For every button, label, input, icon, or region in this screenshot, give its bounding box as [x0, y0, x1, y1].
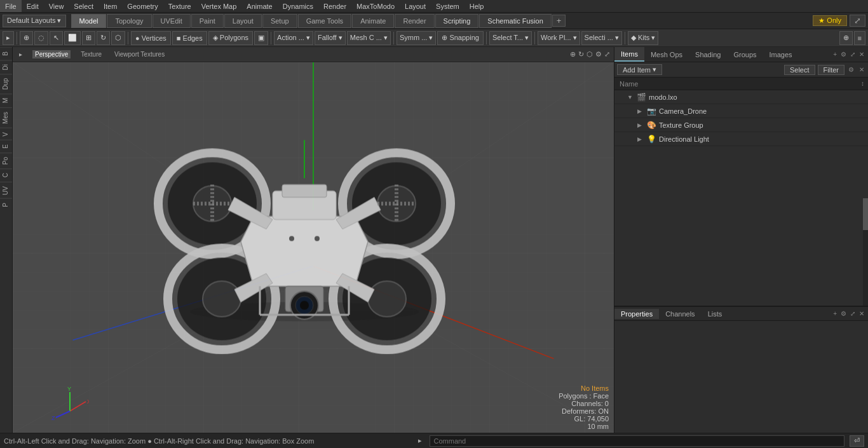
viewport-icon-move[interactable]: ⊕ — [570, 50, 576, 58]
menu-item[interactable]: Item — [98, 0, 122, 12]
viewport[interactable]: ▸ Perspective Texture Viewport Textures … — [13, 47, 614, 433]
filter-btn[interactable]: Filter — [818, 65, 844, 75]
item-directional-light[interactable]: ▶ 💡 Directional Light — [614, 132, 868, 146]
sidebar-tab-di[interactable]: Di — [0, 60, 12, 74]
expand-layout-button[interactable]: ⤢ — [850, 15, 865, 27]
select-tool[interactable]: ↖ — [50, 31, 63, 45]
add-layout-tab-button[interactable]: + — [552, 15, 566, 27]
tab-items[interactable]: Items — [614, 47, 644, 62]
items-sort-btn[interactable]: ↕ — [860, 79, 865, 88]
rotate-tool[interactable]: ↻ — [97, 31, 110, 45]
prop-tab-lists[interactable]: Lists — [702, 309, 729, 319]
layout-tab-game-tools[interactable]: Game Tools — [298, 14, 352, 28]
star-only-button[interactable]: ★ Only — [813, 15, 847, 26]
menu-maxtomodo[interactable]: MaxToModo — [351, 0, 400, 12]
panel-add-btn[interactable]: + — [832, 50, 838, 58]
viewport-icon-settings[interactable]: ⚙ — [595, 50, 602, 58]
item-texture-group[interactable]: ▶ 🎨 Texture Group — [614, 118, 868, 132]
grid-snap-tool[interactable]: ⊞ — [82, 31, 95, 45]
panel-close-btn[interactable]: ✕ — [858, 50, 865, 58]
sidebar-tab-dup[interactable]: Dup — [0, 74, 12, 93]
toggle-icon-1[interactable]: ⊕ — [839, 31, 853, 45]
menu-vertex-map[interactable]: Vertex Map — [196, 0, 242, 12]
select-tool-dropdown[interactable]: Select T... ▾ — [489, 31, 532, 45]
action-dropdown[interactable]: Action ... ▾ — [274, 31, 313, 45]
layout-tab-uvedit[interactable]: UVEdit — [153, 14, 191, 28]
sidebar-tab-m[interactable]: M — [0, 93, 12, 107]
prop-expand-btn[interactable]: ⤢ — [849, 309, 857, 318]
layout-tab-schematic-fusion[interactable]: Schematic Fusion — [479, 14, 551, 28]
layout-tab-animate[interactable]: Animate — [352, 14, 394, 28]
falloff-dropdown[interactable]: Falloff ▾ — [315, 31, 346, 45]
layout-tab-setup[interactable]: Setup — [262, 14, 297, 28]
snapping-btn[interactable]: ⊕ Snapping — [437, 31, 484, 45]
work-plane-dropdown[interactable]: Work Pl... ▾ — [538, 31, 580, 45]
layout-tab-scripting[interactable]: Scripting — [435, 14, 479, 28]
sidebar-tab-p[interactable]: P — [0, 198, 12, 211]
polygons-mode[interactable]: ◈ Polygons — [208, 31, 253, 45]
sidebar-tab-c[interactable]: C — [0, 168, 12, 181]
command-input[interactable] — [430, 435, 845, 447]
menu-help[interactable]: Help — [465, 0, 489, 12]
menu-edit[interactable]: Edit — [22, 0, 44, 12]
items-list[interactable]: ▼ 🎬 modo.lxo ▶ 📷 Camera_Drone ▶ 🎨 Textur… — [614, 90, 868, 198]
mesh-c-dropdown[interactable]: Mesh C ... ▾ — [347, 31, 391, 45]
tab-shading[interactable]: Shading — [689, 47, 727, 62]
menu-system[interactable]: System — [431, 0, 465, 12]
add-item-btn[interactable]: Add Item ▾ — [617, 64, 662, 75]
prop-add-btn[interactable]: + — [832, 309, 838, 318]
select-i-dropdown[interactable]: Selecti ... ▾ — [581, 31, 622, 45]
edges-mode[interactable]: ■ Edges — [172, 31, 207, 45]
symmetry-dropdown[interactable]: Symm ... ▾ — [397, 31, 436, 45]
panel-settings-btn[interactable]: ⚙ — [839, 50, 848, 58]
menu-view[interactable]: View — [44, 0, 69, 12]
sidebar-tab-mes[interactable]: Mes — [0, 107, 12, 128]
kits-dropdown[interactable]: ◆ Kits ▾ — [628, 31, 658, 45]
layout-tab-topology[interactable]: Topology — [107, 14, 151, 28]
viewport-icon-zoom[interactable]: ⬡ — [587, 50, 593, 58]
sidebar-tab-po[interactable]: Po — [0, 153, 12, 168]
scale-tool[interactable]: ⬡ — [111, 31, 125, 45]
perspective-btn[interactable]: Perspective — [32, 50, 71, 58]
menu-select[interactable]: Select — [69, 0, 98, 12]
item-camera-drone[interactable]: ▶ 📷 Camera_Drone — [614, 104, 868, 118]
expand-light-icon[interactable]: ▶ — [637, 136, 646, 142]
menu-dynamics[interactable]: Dynamics — [278, 0, 318, 12]
tab-groups[interactable]: Groups — [727, 47, 763, 62]
globe-tool[interactable]: ⊕ — [20, 31, 33, 45]
sidebar-tab-uv[interactable]: UV — [0, 182, 12, 199]
toggle-icon-2[interactable]: ≡ — [854, 31, 865, 45]
menu-animate[interactable]: Animate — [241, 0, 277, 12]
select-btn[interactable]: Select — [784, 65, 815, 75]
lasso-tool[interactable]: ◌ — [34, 31, 48, 45]
tab-mesh-ops[interactable]: Mesh Ops — [644, 47, 689, 62]
menu-layout[interactable]: Layout — [400, 0, 431, 12]
menu-geometry[interactable]: Geometry — [122, 0, 163, 12]
items-close-btn[interactable]: ✕ — [858, 65, 865, 74]
layout-tab-paint[interactable]: Paint — [191, 14, 224, 28]
prop-tab-properties[interactable]: Properties — [614, 309, 659, 319]
menu-texture[interactable]: Texture — [163, 0, 196, 12]
texture-btn[interactable]: Texture — [78, 50, 104, 58]
item-modo-bxo[interactable]: ▼ 🎬 modo.lxo — [614, 90, 868, 104]
prop-tab-channels[interactable]: Channels — [659, 309, 701, 319]
expand-modo-icon[interactable]: ▼ — [627, 94, 636, 100]
transform-tool[interactable]: ⬜ — [64, 31, 81, 45]
sidebar-tab-b[interactable]: B — [0, 47, 12, 60]
viewport-icon-expand[interactable]: ⤢ — [604, 50, 610, 58]
expand-camera-icon[interactable]: ▶ — [637, 108, 646, 114]
items-settings-btn[interactable]: ⚙ — [847, 65, 855, 74]
layout-tab-model[interactable]: Model — [71, 14, 107, 28]
collapse-tool[interactable]: ▸ — [3, 31, 14, 45]
panel-expand-btn[interactable]: ⤢ — [849, 50, 857, 58]
sidebar-tab-v[interactable]: V — [0, 128, 12, 140]
layout-tab-layout[interactable]: Layout — [224, 14, 262, 28]
prop-settings-btn[interactable]: ⚙ — [839, 309, 848, 318]
execute-command-button[interactable]: ⏎ — [850, 435, 864, 447]
sidebar-tab-e[interactable]: E — [0, 140, 12, 153]
viewport-textures-btn[interactable]: Viewport Textures — [112, 50, 167, 58]
layout-tab-render[interactable]: Render — [395, 14, 434, 28]
tab-images[interactable]: Images — [763, 47, 799, 62]
menu-file[interactable]: File — [0, 0, 22, 12]
prop-close-btn[interactable]: ✕ — [858, 309, 865, 318]
